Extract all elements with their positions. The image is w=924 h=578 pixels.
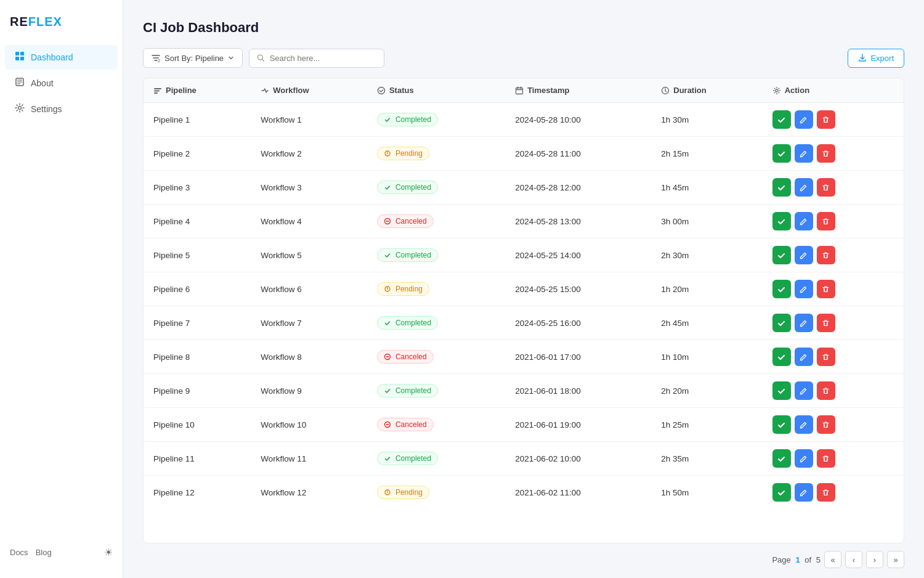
table-header-row: Pipeline Workflow — [144, 78, 904, 103]
delete-button[interactable] — [817, 144, 835, 163]
cell-duration: 1h 25m — [651, 408, 762, 442]
export-button[interactable]: Export — [848, 49, 904, 68]
col-action: Action — [763, 78, 904, 103]
check-button[interactable] — [772, 246, 791, 264]
cell-timestamp: 2024-05-28 12:00 — [505, 171, 651, 205]
check-button[interactable] — [772, 144, 791, 163]
edit-button[interactable] — [795, 246, 813, 264]
delete-button[interactable] — [817, 381, 835, 400]
main-content: CI Job Dashboard 2 Sort By: Pipeline Exp — [123, 0, 924, 578]
delete-button[interactable] — [817, 246, 835, 264]
delete-button[interactable] — [817, 212, 835, 230]
status-badge: Canceled — [377, 214, 434, 228]
svg-rect-3 — [20, 57, 24, 60]
cell-timestamp: 2024-05-25 16:00 — [505, 306, 651, 340]
table-row: Pipeline 9 Workflow 9 Completed 2021-06-… — [144, 374, 904, 408]
job-table: Pipeline Workflow — [144, 78, 904, 509]
prev-page-button[interactable]: ‹ — [845, 551, 862, 568]
sidebar-item-about[interactable]: About — [5, 71, 118, 96]
edit-button[interactable] — [795, 178, 813, 197]
cell-pipeline: Pipeline 1 — [144, 103, 251, 137]
cell-status: Completed — [367, 374, 505, 408]
cell-workflow: Workflow 12 — [251, 476, 367, 510]
edit-button[interactable] — [795, 144, 813, 163]
pipeline-col-icon — [153, 86, 162, 95]
edit-button[interactable] — [795, 280, 813, 298]
sort-button[interactable]: 2 Sort By: Pipeline — [143, 48, 243, 68]
cell-action — [763, 442, 904, 476]
check-button[interactable] — [772, 314, 791, 332]
blog-link[interactable]: Blog — [36, 548, 52, 557]
svg-rect-16 — [516, 88, 523, 94]
delete-button[interactable] — [817, 314, 835, 332]
cell-pipeline: Pipeline 5 — [144, 238, 251, 272]
cell-duration: 2h 20m — [651, 374, 762, 408]
docs-link[interactable]: Docs — [10, 548, 28, 557]
sidebar-item-settings[interactable]: Settings — [5, 97, 118, 121]
sidebar-item-label: About — [31, 78, 54, 88]
table-row: Pipeline 5 Workflow 5 Completed 2024-05-… — [144, 238, 904, 272]
delete-button[interactable] — [817, 483, 835, 502]
check-button[interactable] — [772, 449, 791, 468]
edit-button[interactable] — [795, 314, 813, 332]
cell-action — [763, 238, 904, 272]
cell-duration: 3h 00m — [651, 205, 762, 238]
check-button[interactable] — [772, 178, 791, 197]
check-button[interactable] — [772, 280, 791, 298]
edit-button[interactable] — [795, 449, 813, 468]
check-button[interactable] — [772, 212, 791, 230]
table-row: Pipeline 4 Workflow 4 Canceled 2024-05-2… — [144, 205, 904, 238]
search-input[interactable] — [270, 54, 376, 63]
delete-button[interactable] — [817, 280, 835, 298]
sidebar-item-dashboard[interactable]: Dashboard — [5, 45, 118, 70]
cell-timestamp: 2024-05-28 10:00 — [505, 103, 651, 137]
action-buttons — [772, 212, 894, 230]
edit-button[interactable] — [795, 212, 813, 230]
cell-action — [763, 408, 904, 442]
last-page-button[interactable]: » — [887, 551, 904, 568]
delete-button[interactable] — [817, 110, 835, 129]
action-buttons — [772, 110, 894, 129]
cell-timestamp: 2021-06-02 11:00 — [505, 476, 651, 510]
chevron-down-icon — [227, 54, 235, 62]
cell-duration: 2h 35m — [651, 442, 762, 476]
edit-button[interactable] — [795, 415, 813, 434]
cell-pipeline: Pipeline 9 — [144, 374, 251, 408]
cell-action — [763, 137, 904, 171]
cell-duration: 2h 30m — [651, 238, 762, 272]
status-badge: Canceled — [377, 350, 434, 364]
cell-workflow: Workflow 2 — [251, 137, 367, 171]
edit-button[interactable] — [795, 348, 813, 366]
cell-status: Canceled — [367, 205, 505, 238]
check-button[interactable] — [772, 348, 791, 366]
delete-button[interactable] — [817, 178, 835, 197]
edit-button[interactable] — [795, 110, 813, 129]
sort-label: Sort By: Pipeline — [164, 54, 224, 63]
delete-button[interactable] — [817, 449, 835, 468]
next-page-button[interactable]: › — [866, 551, 883, 568]
svg-text:2: 2 — [158, 59, 160, 63]
table-row: Pipeline 8 Workflow 8 Canceled 2021-06-0… — [144, 340, 904, 374]
cell-timestamp: 2024-05-25 14:00 — [505, 238, 651, 272]
check-button[interactable] — [772, 415, 791, 434]
status-badge: Completed — [377, 181, 438, 194]
cell-workflow: Workflow 9 — [251, 374, 367, 408]
check-button[interactable] — [772, 381, 791, 400]
check-button[interactable] — [772, 483, 791, 502]
first-page-button[interactable]: « — [824, 551, 841, 568]
theme-toggle[interactable]: ☀ — [104, 547, 113, 558]
check-button[interactable] — [772, 110, 791, 129]
delete-button[interactable] — [817, 415, 835, 434]
settings-icon — [15, 103, 25, 115]
delete-button[interactable] — [817, 348, 835, 366]
edit-button[interactable] — [795, 483, 813, 502]
clock-col-icon — [661, 86, 670, 95]
export-label: Export — [870, 54, 894, 63]
cell-duration: 1h 10m — [651, 340, 762, 374]
cell-pipeline: Pipeline 2 — [144, 137, 251, 171]
toolbar: 2 Sort By: Pipeline Export — [143, 48, 904, 68]
cell-status: Pending — [367, 137, 505, 171]
edit-button[interactable] — [795, 381, 813, 400]
action-buttons — [772, 449, 894, 468]
cell-workflow: Workflow 8 — [251, 340, 367, 374]
